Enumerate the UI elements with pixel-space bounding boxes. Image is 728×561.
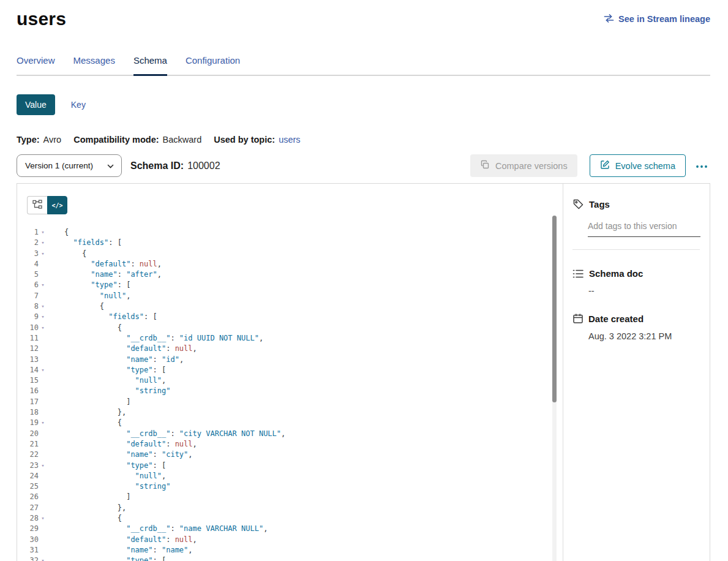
code-text: {: [47, 323, 122, 333]
code-line: 28▾ {: [17, 513, 563, 524]
code-line: 2▾ "fields": [: [17, 238, 563, 248]
code-text: {: [47, 249, 86, 259]
compatibility-value: Backward: [163, 135, 202, 145]
schema-panel: </> 1▾{2▾ "fields": [3▾ {4 "default": nu…: [17, 183, 710, 561]
fold-arrow-icon[interactable]: ▾: [39, 238, 47, 248]
fold-spacer: [39, 439, 47, 450]
page-header: users See in Stream lineage: [17, 6, 710, 32]
line-number: 9: [17, 312, 39, 322]
line-number: 31: [17, 545, 39, 555]
code-line: 21 "default": null,: [17, 439, 563, 450]
fold-spacer: [39, 291, 47, 301]
date-created-value: Aug. 3 2022 3:21 PM: [588, 331, 700, 341]
fold-spacer: [39, 535, 47, 545]
tab-configuration[interactable]: Configuration: [186, 55, 240, 75]
line-number: 4: [17, 259, 39, 269]
code-text: "null",: [47, 471, 166, 481]
tab-bar: OverviewMessagesSchemaConfiguration: [17, 55, 710, 76]
fold-arrow-icon[interactable]: ▾: [39, 323, 47, 333]
used-by-topic-label: Used by topic:: [214, 135, 275, 145]
date-created-title: Date created: [588, 314, 644, 324]
fold-arrow-icon[interactable]: ▾: [39, 280, 47, 290]
line-number: 1: [17, 227, 39, 238]
schema-doc-header: Schema doc: [572, 268, 700, 279]
fold-arrow-icon[interactable]: ▾: [39, 365, 47, 375]
fold-arrow-icon[interactable]: ▾: [39, 461, 47, 471]
code-line: 31 "name": "name",: [17, 545, 563, 555]
line-number: 23: [17, 461, 39, 471]
fold-spacer: [39, 397, 47, 407]
stream-lineage-icon: [604, 14, 614, 24]
version-select[interactable]: Version 1 (current): [17, 154, 122, 177]
fold-arrow-icon[interactable]: ▾: [39, 418, 47, 428]
line-number: 13: [17, 355, 39, 365]
tab-schema[interactable]: Schema: [133, 55, 167, 75]
type-value: Avro: [43, 135, 62, 145]
fold-arrow-icon[interactable]: ▾: [39, 513, 47, 524]
code-line: 17 ]: [17, 397, 563, 407]
tree-view-button[interactable]: [27, 196, 47, 214]
line-number: 15: [17, 375, 39, 386]
schema-id-value: 100002: [187, 160, 220, 171]
key-toggle-button[interactable]: Key: [62, 94, 94, 115]
code-text: "__crdb__": "name VARCHAR NULL",: [47, 524, 268, 534]
code-line: 24 "null",: [17, 471, 563, 481]
fold-spacer: [39, 503, 47, 513]
stream-lineage-link[interactable]: See in Stream lineage: [604, 14, 710, 24]
value-toggle-button[interactable]: Value: [17, 94, 55, 115]
code-line: 3▾ {: [17, 249, 563, 259]
tags-section-header: Tags: [572, 198, 700, 210]
code-text: "__crdb__": "city VARCHAR NOT NULL",: [47, 429, 285, 439]
line-number: 26: [17, 492, 39, 502]
fold-arrow-icon[interactable]: ▾: [39, 227, 47, 238]
code-line: 32▾ "type": [: [17, 555, 563, 561]
page-title: users: [17, 9, 66, 29]
evolve-schema-button[interactable]: Evolve schema: [590, 154, 686, 177]
line-number: 8: [17, 301, 39, 312]
code-text: "null",: [47, 375, 166, 386]
fold-arrow-icon[interactable]: ▾: [39, 312, 47, 322]
code-line: 1▾{: [17, 227, 563, 238]
line-number: 24: [17, 471, 39, 481]
code-view-button[interactable]: </>: [47, 196, 67, 214]
schema-editor: </> 1▾{2▾ "fields": [3▾ {4 "default": nu…: [17, 184, 563, 561]
compare-versions-button[interactable]: Compare versions: [470, 154, 577, 177]
value-key-toggle: Value Key: [17, 94, 710, 115]
line-number: 30: [17, 535, 39, 545]
code-text: "default": null,: [47, 259, 162, 269]
code-text: "type": [: [47, 365, 166, 375]
tab-overview[interactable]: Overview: [17, 55, 55, 75]
code-line: 29 "__crdb__": "name VARCHAR NULL",: [17, 524, 563, 534]
code-line: 6▾ "type": [: [17, 280, 563, 290]
tab-messages[interactable]: Messages: [73, 55, 115, 75]
code-line: 11 "__crdb__": "id UUID NOT NULL",: [17, 333, 563, 344]
line-number: 18: [17, 407, 39, 418]
schema-sidebar: Tags Schema doc --: [563, 184, 710, 561]
fold-arrow-icon[interactable]: ▾: [39, 249, 47, 259]
tags-input[interactable]: [588, 220, 700, 237]
code-text: "string": [47, 386, 170, 396]
editor-scrollbar[interactable]: [552, 216, 557, 561]
topic-link[interactable]: users: [279, 135, 300, 145]
code-text: },: [47, 503, 126, 513]
code-line: 30 "default": null,: [17, 535, 563, 545]
tree-view-icon: [32, 200, 42, 211]
code-text: "default": null,: [47, 344, 197, 354]
line-number: 27: [17, 503, 39, 513]
code-text: {: [47, 418, 122, 428]
date-created-header: Date created: [572, 313, 700, 324]
type-label: Type:: [17, 135, 40, 145]
editor-scrollbar-thumb[interactable]: [552, 216, 557, 402]
line-number: 11: [17, 333, 39, 344]
line-number: 19: [17, 418, 39, 428]
line-number: 3: [17, 249, 39, 259]
fold-arrow-icon[interactable]: ▾: [39, 555, 47, 561]
line-number: 29: [17, 524, 39, 534]
schema-doc-value: --: [588, 286, 700, 296]
code-text: "string": [47, 481, 170, 492]
code-text: "__crdb__": "id UUID NOT NULL",: [47, 333, 263, 344]
more-options-button[interactable]: [693, 156, 710, 175]
version-select-value: Version 1 (current): [25, 161, 93, 170]
fold-arrow-icon[interactable]: ▾: [39, 301, 47, 312]
code-view-icon: </>: [51, 202, 62, 209]
